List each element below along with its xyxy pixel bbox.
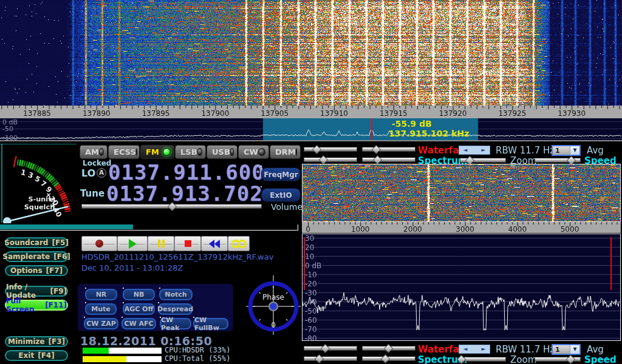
speed-slider-bottom[interactable] <box>535 357 581 362</box>
extio-button[interactable]: ExtIO <box>261 188 301 202</box>
brightness-slider-bottom[interactable] <box>304 346 357 351</box>
tune-frequency-display[interactable]: 0137.913.702 <box>106 181 263 206</box>
lo-auto-badge[interactable]: A <box>97 168 106 178</box>
contrast-slider-top[interactable] <box>362 147 415 152</box>
af-waterfall-box[interactable] <box>302 164 621 222</box>
transport-loop-button[interactable] <box>228 236 250 251</box>
transport-stop-button[interactable] <box>174 236 201 251</box>
menu-button-minimize[interactable]: Minimize[F3] <box>5 336 68 347</box>
smeter-tick <box>26 161 28 167</box>
smeter-tick <box>24 161 25 167</box>
brightness-slider-top[interactable] <box>304 147 357 152</box>
menu-button-info-update[interactable]: Info / Update[F9] <box>5 286 68 297</box>
af-spectrum-display[interactable] <box>302 234 620 340</box>
spectrum-range-slider-top[interactable] <box>362 158 415 162</box>
playback-progress-bar[interactable] <box>0 224 298 231</box>
speed-slider-bottom-thumb[interactable] <box>566 355 575 364</box>
frequency-ruler-label: 137890 <box>83 109 111 118</box>
transport-pause-button[interactable] <box>148 236 174 251</box>
smeter-scale-label: 7 <box>39 179 48 189</box>
mode-button-drm[interactable]: DRM <box>270 145 301 159</box>
scroll-right-arrow-icon[interactable]: ► <box>477 146 490 154</box>
avg-dropdown-top[interactable]: 1▼ <box>552 145 581 156</box>
dsp-button-nr[interactable]: NR <box>85 289 117 300</box>
mode-button-usb[interactable]: USB <box>207 145 238 159</box>
dropdown-arrow-icon[interactable]: ▼ <box>570 146 579 155</box>
main-frequency-ruler[interactable]: 1378851378901378951379001379051379101379… <box>0 106 622 118</box>
s-meter: 13579+20+40 S-units Squelch <box>1 146 76 223</box>
waterfall-scroll-top[interactable]: ◄► <box>459 146 490 155</box>
avg-dropdown-value: 1 <box>553 146 570 155</box>
brightness-slider-top-thumb[interactable] <box>312 145 321 155</box>
recording-file-date: Dec 10, 2011 - 13:01:28Z <box>81 263 183 272</box>
menu-button-soundcard[interactable]: Soundcard[F5] <box>5 237 68 248</box>
dsp-button-agc-off[interactable]: AGC Off <box>123 303 155 315</box>
avg-dropdown-bottom[interactable]: 1▼ <box>552 344 581 355</box>
dsp-button-mute[interactable]: Mute <box>85 303 117 315</box>
transport-record-button[interactable] <box>81 236 117 251</box>
dsp-button-cw-afc[interactable]: CW AFC <box>121 318 156 329</box>
af-db-scale-label: -20 <box>305 280 317 288</box>
main-waterfall-display[interactable] <box>0 0 622 106</box>
dsp-button-notch[interactable]: Notch <box>159 289 193 300</box>
mode-button-am[interactable]: AM <box>80 145 108 159</box>
dsp-button-despread[interactable]: Despread <box>158 303 193 315</box>
dsp-button-cw-peak[interactable]: CW Peak <box>160 318 191 329</box>
contrast-slider-bottom[interactable] <box>362 346 415 351</box>
dsp-button-nb[interactable]: NB <box>123 289 155 300</box>
scroll-right-arrow-icon[interactable]: ► <box>477 345 490 353</box>
contrast-slider-top-thumb[interactable] <box>372 145 381 155</box>
phase-value: 0 <box>271 321 276 329</box>
mode-led-indicator <box>136 148 137 156</box>
tune-cursor-line[interactable] <box>371 118 372 141</box>
mode-button-cw[interactable]: CW <box>238 145 269 159</box>
af-waterfall-display[interactable] <box>302 164 620 221</box>
mode-button-fm[interactable]: FM <box>140 145 174 159</box>
frequency-ruler-label: 137910 <box>320 109 348 118</box>
spectrum-range-slider-top-thumb[interactable] <box>373 155 383 165</box>
freqmgr-button[interactable]: FreqMgr <box>261 167 301 181</box>
phase-dial[interactable]: Phase 0 <box>246 274 301 335</box>
af-db-scale-label: 10 <box>305 252 314 261</box>
smeter-scale-label: 5 <box>33 174 42 184</box>
speed-slider-top[interactable] <box>535 158 581 163</box>
spectrum-range-slider-bottom[interactable] <box>362 357 415 361</box>
af-frequency-ruler[interactable]: 010002000300040005000 <box>302 222 621 233</box>
spectrum-gain-slider-top-thumb[interactable] <box>319 155 329 165</box>
lo-label: LO <box>81 167 95 179</box>
main-spectrum-strip[interactable]: -55.9 dB 137.915.102 kHz 0 dB-50-100 <box>0 118 622 141</box>
spectrum-gain-slider-bottom[interactable] <box>304 357 357 361</box>
rewind-icon <box>209 240 220 248</box>
mode-led-indicator <box>296 148 297 156</box>
mode-button-label: FM <box>146 147 159 157</box>
volume-slider[interactable] <box>81 204 262 209</box>
scroll-left-arrow-icon[interactable]: ◄ <box>459 345 471 353</box>
menu-button-options[interactable]: Options[F7] <box>5 265 68 276</box>
dsp-button-cw-fullbw[interactable]: CW FullBw <box>193 318 228 329</box>
stop-icon <box>185 240 191 247</box>
transport-rewind-button[interactable] <box>201 236 228 251</box>
menu-button-exit[interactable]: Exit[F4] <box>5 350 68 361</box>
menu-button-hotkey: [F4] <box>38 351 55 360</box>
zoom-slider-top[interactable] <box>460 158 506 163</box>
af-spectrum-box[interactable]: 3020100 dB-10-20-30-40-50-60-70-80 <box>302 234 621 341</box>
menu-button-samplerate[interactable]: Samplerate[F6] <box>5 251 68 262</box>
mode-button-lsb[interactable]: LSB <box>175 145 206 159</box>
menu-button-full-screen[interactable]: Full Screen[F11] <box>5 300 68 311</box>
spectrum-gain-slider-bottom-thumb[interactable] <box>315 354 324 364</box>
spectrum-gain-slider-top[interactable] <box>304 158 357 162</box>
contrast-slider-bottom-thumb[interactable] <box>384 344 394 354</box>
play-icon <box>129 239 137 249</box>
spectrum-range-slider-bottom-thumb[interactable] <box>381 354 391 364</box>
waterfall-scroll-bottom[interactable]: ◄► <box>459 345 490 354</box>
dsp-button-cw-zap[interactable]: CW ZAP <box>84 318 118 329</box>
af-db-scale-label: 30 <box>305 234 314 243</box>
lo-frequency-display[interactable]: 0137.911.600 <box>108 160 265 184</box>
transport-play-button[interactable] <box>117 236 148 251</box>
mode-button-ecss[interactable]: ECSS <box>108 145 140 159</box>
dropdown-arrow-icon[interactable]: ▼ <box>570 345 579 354</box>
brightness-slider-bottom-thumb[interactable] <box>321 344 330 354</box>
zoom-slider-bottom[interactable] <box>460 357 506 362</box>
scroll-left-arrow-icon[interactable]: ◄ <box>459 146 471 154</box>
phase-label: Phase <box>262 293 284 302</box>
